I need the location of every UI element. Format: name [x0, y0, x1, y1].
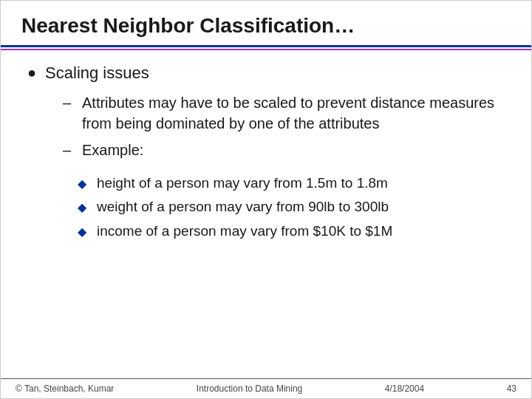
diamond-icon-1: ◆	[78, 176, 89, 192]
diamond-text-1: height of a person may vary from 1.5m to…	[97, 174, 388, 194]
footer-copyright: © Tan, Steinbach, Kumar	[16, 383, 114, 394]
diamond-text-2: weight of a person may vary from 90lb to…	[97, 197, 389, 217]
footer-course: Introduction to Data Mining	[197, 383, 302, 394]
sub-bullet-text-2: Example:	[82, 140, 143, 160]
diamond-icon-3: ◆	[78, 224, 89, 240]
main-bullet: ● Scaling issues	[27, 62, 505, 85]
diamond-icon-2: ◆	[78, 200, 89, 216]
diamond-bullet-3: ◆ income of a person may vary from $10K …	[78, 222, 505, 242]
diamond-bullet-2: ◆ weight of a person may vary from 90lb …	[78, 197, 505, 217]
main-bullet-text: Scaling issues	[45, 62, 149, 85]
sub-dash-1: –	[63, 92, 75, 113]
diamond-text-3: income of a person may vary from $10K to…	[97, 222, 392, 242]
slide: Nearest Neighbor Classification… ● Scali…	[0, 0, 532, 399]
sub-dash-2: –	[63, 140, 75, 160]
footer-page-number: 43	[507, 383, 516, 394]
slide-header: Nearest Neighbor Classification…	[1, 1, 531, 45]
footer-date: 4/18/2004	[385, 383, 424, 394]
sub-bullet-2: – Example:	[63, 140, 505, 160]
diamond-bullets-container: ◆ height of a person may vary from 1.5m …	[78, 174, 505, 246]
sub-bullet-1: – Attributes may have to be scaled to pr…	[63, 92, 505, 134]
slide-content: ● Scaling issues – Attributes may have t…	[1, 50, 531, 378]
diamond-bullet-1: ◆ height of a person may vary from 1.5m …	[78, 174, 505, 194]
sub-bullet-text-1: Attributes may have to be scaled to prev…	[82, 92, 505, 134]
bullet-dot-icon: ●	[27, 62, 36, 83]
divider-blue	[1, 45, 531, 47]
slide-footer: © Tan, Steinbach, Kumar Introduction to …	[1, 378, 531, 398]
sub-bullets-container: – Attributes may have to be scaled to pr…	[63, 92, 505, 166]
slide-title: Nearest Neighbor Classification…	[21, 14, 511, 38]
